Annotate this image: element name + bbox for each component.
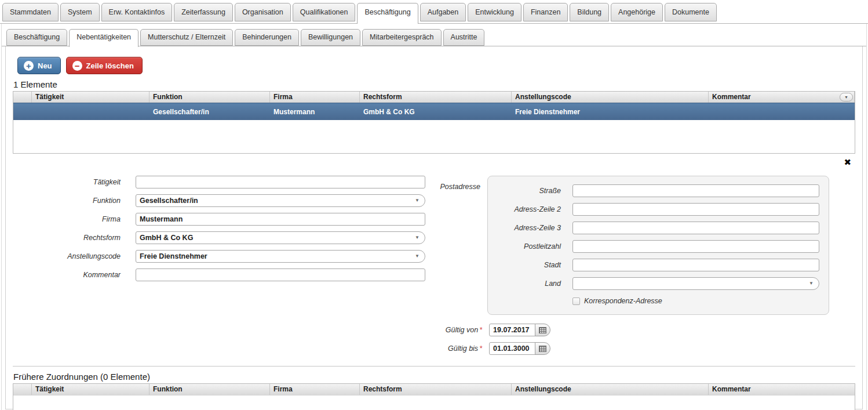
kommentar-input[interactable] bbox=[136, 269, 425, 281]
chevron-down-icon: ▼ bbox=[415, 232, 420, 244]
subtab-nebentaetigkeiten[interactable]: Nebentätigkeiten bbox=[69, 29, 138, 47]
subtab-bewilligungen[interactable]: Bewilligungen bbox=[301, 29, 360, 46]
row-cell-funktion[interactable]: Gesellschafter/in bbox=[149, 108, 270, 116]
stadt-input[interactable] bbox=[572, 259, 819, 271]
grid-header-row: Tätigkeit Funktion Firma Rechtsform Anst… bbox=[13, 92, 855, 103]
subtab-mitarbeitergespraech[interactable]: Mitarbeitergespräch bbox=[362, 29, 441, 46]
anstellungscode-select[interactable]: Freie Dienstnehmer ▼ bbox=[136, 250, 425, 263]
history-header-selector bbox=[13, 384, 32, 395]
delete-row-button[interactable]: − Zeile löschen bbox=[66, 57, 143, 74]
grid-options-button[interactable]: ▼ bbox=[840, 93, 853, 101]
history-title: Frühere Zuordnungen (0 Elemente) bbox=[13, 372, 862, 382]
history-header-kommentar[interactable]: Kommentar bbox=[709, 384, 855, 395]
history-header-rechtsform[interactable]: Rechtsform bbox=[360, 384, 512, 395]
calendar-icon bbox=[539, 346, 546, 352]
tab-angehoerige[interactable]: Angehörige bbox=[611, 3, 663, 21]
adresszeile3-input[interactable] bbox=[572, 222, 819, 234]
tab-dokumente[interactable]: Dokumente bbox=[665, 3, 717, 21]
subtab-beschaeftigung[interactable]: Beschäftigung bbox=[6, 29, 67, 46]
tab-stammdaten[interactable]: Stammdaten bbox=[2, 3, 59, 21]
history-empty-area bbox=[13, 395, 855, 410]
chevron-down-icon: ▼ bbox=[809, 278, 814, 289]
sub-tab-bar: Beschäftigung Nebentätigkeiten Muttersch… bbox=[2, 24, 866, 46]
history-header-firma[interactable]: Firma bbox=[270, 384, 360, 395]
main-tab-bar: Stammdaten System Erw. Kontaktinfos Zeit… bbox=[0, 0, 868, 24]
subtab-behinderungen[interactable]: Behinderungen bbox=[235, 29, 299, 46]
tab-finanzen[interactable]: Finanzen bbox=[523, 3, 568, 21]
strasse-input[interactable] bbox=[572, 184, 819, 197]
delete-row-button-label: Zeile löschen bbox=[86, 61, 134, 70]
beschaeftigung-panel: Beschäftigung Nebentätigkeiten Muttersch… bbox=[1, 24, 867, 410]
land-select[interactable]: ▼ bbox=[572, 277, 819, 290]
element-count: 1 Elemente bbox=[13, 79, 862, 89]
tab-bildung[interactable]: Bildung bbox=[570, 3, 609, 21]
grid-header-kommentar[interactable]: Kommentar bbox=[709, 92, 855, 103]
required-marker: * bbox=[479, 344, 482, 353]
adresszeile2-label: Adress-Zeile 2 bbox=[493, 205, 561, 213]
subtab-austritte[interactable]: Austritte bbox=[443, 29, 485, 46]
nebentaetigkeiten-content: + Neu − Zeile löschen 1 Elemente Tätigke… bbox=[5, 46, 863, 409]
plus-circle-icon: + bbox=[24, 61, 34, 71]
new-button[interactable]: + Neu bbox=[17, 57, 61, 74]
adresszeile2-input[interactable] bbox=[572, 203, 819, 216]
anstellungscode-select-value: Freie Dienstnehmer bbox=[140, 252, 207, 260]
row-editor: ✖ Tätigkeit Funktion Gesellschafter/in ▼ bbox=[13, 154, 855, 367]
gueltig-bis-calendar-button[interactable] bbox=[535, 342, 550, 355]
adresszeile3-label: Adress-Zeile 3 bbox=[493, 224, 561, 232]
anstellungscode-label: Anstellungscode bbox=[13, 252, 121, 260]
firma-input[interactable] bbox=[136, 213, 425, 226]
funktion-label: Funktion bbox=[13, 197, 121, 205]
editor-right-column: Postadresse Straße Adress-Zeile 2 Adress… bbox=[439, 176, 855, 315]
gueltig-von-calendar-button[interactable] bbox=[535, 324, 550, 336]
history-header-anstellungscode[interactable]: Anstellungscode bbox=[512, 384, 709, 395]
chevron-down-icon: ▼ bbox=[415, 195, 420, 206]
history-header-row: Tätigkeit Funktion Firma Rechtsform Anst… bbox=[13, 384, 855, 395]
grid-header-rechtsform[interactable]: Rechtsform bbox=[360, 92, 512, 103]
tab-beschaeftigung[interactable]: Beschäftigung bbox=[357, 3, 418, 24]
row-cell-anstellungscode[interactable]: Freie Dienstnehmer bbox=[512, 108, 709, 116]
funktion-select[interactable]: Gesellschafter/in ▼ bbox=[136, 194, 425, 207]
row-cell-firma[interactable]: Mustermann bbox=[270, 108, 360, 116]
gueltig-bis-label: Gültig bis* bbox=[386, 344, 482, 353]
taetigkeit-input[interactable] bbox=[136, 176, 425, 188]
rechtsform-select[interactable]: GmbH & Co KG ▼ bbox=[136, 231, 425, 244]
table-row-selected[interactable]: Gesellschafter/in Mustermann GmbH & Co K… bbox=[13, 103, 855, 120]
tab-entwicklung[interactable]: Entwicklung bbox=[468, 3, 521, 21]
grid-empty-area bbox=[13, 120, 855, 153]
row-cell-rechtsform[interactable]: GmbH & Co KG bbox=[360, 108, 512, 116]
firma-label: Firma bbox=[13, 215, 121, 223]
korrespondenz-adresse-label: Korrespondenz-Adresse bbox=[584, 297, 662, 305]
postadresse-panel: Straße Adress-Zeile 2 Adress-Zeile 3 bbox=[487, 176, 829, 315]
tab-organisation[interactable]: Organisation bbox=[235, 3, 291, 21]
minus-circle-icon: − bbox=[72, 61, 82, 71]
history-header-funktion[interactable]: Funktion bbox=[149, 384, 270, 395]
funktion-select-value: Gesellschafter/in bbox=[140, 197, 198, 205]
nebentaetigkeiten-grid: Tätigkeit Funktion Firma Rechtsform Anst… bbox=[13, 91, 855, 154]
tab-system[interactable]: System bbox=[60, 3, 100, 21]
gueltig-bis-input[interactable] bbox=[489, 342, 535, 355]
editor-left-column: Tätigkeit Funktion Gesellschafter/in ▼ bbox=[13, 176, 439, 315]
required-marker: * bbox=[479, 326, 482, 334]
history-header-taetigkeit[interactable]: Tätigkeit bbox=[32, 384, 149, 395]
close-icon[interactable]: ✖ bbox=[844, 158, 851, 166]
grid-header-anstellungscode[interactable]: Anstellungscode bbox=[512, 92, 709, 103]
tab-erw-kontaktinfos[interactable]: Erw. Kontaktinfos bbox=[101, 3, 173, 21]
calendar-icon bbox=[539, 327, 546, 333]
tab-qualifikationen[interactable]: Qualifikationen bbox=[293, 3, 356, 21]
grid-header-firma[interactable]: Firma bbox=[270, 92, 360, 103]
rechtsform-select-value: GmbH & Co KG bbox=[140, 234, 193, 242]
postleitzahl-input[interactable] bbox=[572, 240, 819, 253]
postadresse-label: Postadresse bbox=[439, 183, 480, 191]
grid-header-funktion[interactable]: Funktion bbox=[149, 92, 270, 103]
land-label: Land bbox=[493, 280, 561, 288]
taetigkeit-label: Tätigkeit bbox=[13, 178, 121, 186]
chevron-down-icon: ▼ bbox=[844, 95, 848, 99]
subtab-mutterschutz-elternzeit[interactable]: Mutterschutz / Elternzeit bbox=[140, 29, 233, 46]
tab-zeiterfassung[interactable]: Zeiterfassung bbox=[174, 3, 233, 21]
korrespondenz-adresse-checkbox[interactable] bbox=[572, 297, 580, 305]
gueltig-von-input[interactable] bbox=[489, 324, 535, 336]
strasse-label: Straße bbox=[493, 187, 561, 195]
tab-aufgaben[interactable]: Aufgaben bbox=[420, 3, 466, 21]
new-button-label: Neu bbox=[38, 61, 52, 70]
grid-header-taetigkeit[interactable]: Tätigkeit bbox=[32, 92, 149, 103]
